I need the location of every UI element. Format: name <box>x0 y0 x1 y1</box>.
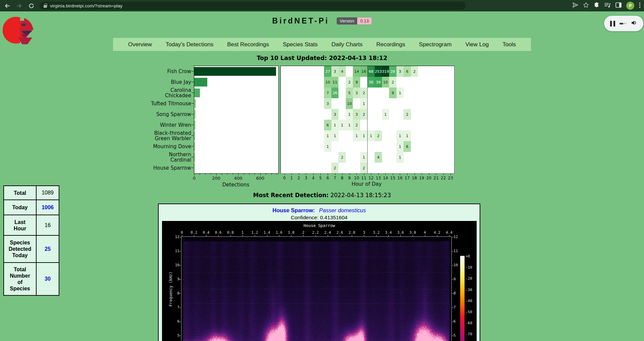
audio-player[interactable] <box>604 16 643 31</box>
nav-item-overview[interactable]: Overview <box>128 41 152 48</box>
nav-item-best-recordings[interactable]: Best Recordings <box>227 41 269 48</box>
heat-cell: 2 <box>353 120 361 131</box>
heat-cell <box>382 152 390 163</box>
bar-xtick-label: 200 <box>212 176 220 181</box>
heat-cell <box>338 88 346 99</box>
side-panel-icon[interactable] <box>615 2 622 9</box>
heat-xtick-label: 17 <box>405 176 410 180</box>
heat-cell <box>288 163 296 174</box>
species-tick <box>192 103 194 104</box>
heat-cell <box>396 163 404 174</box>
spectro-time-tick <box>194 235 194 236</box>
heat-cell <box>303 98 310 109</box>
heat-xtick <box>422 174 422 175</box>
heat-cell: 1 <box>396 88 404 99</box>
seek-handle[interactable] <box>620 23 627 24</box>
heat-cell <box>368 98 375 109</box>
heat-cell <box>288 88 296 99</box>
stats-table-body: Total1089Today1006LastHour16SpeciesDetec… <box>4 186 59 295</box>
species-label-mourning-dove: Mourning Dove <box>153 141 191 152</box>
spectro-time-label: 2.4 <box>324 230 331 235</box>
pause-icon[interactable] <box>610 21 615 26</box>
bookmark-star-icon[interactable] <box>583 2 589 9</box>
heat-cell <box>389 120 397 131</box>
bar-xtick <box>194 174 195 175</box>
spectro-time-tick <box>449 235 449 236</box>
heat-xtick-label: 16 <box>397 176 402 180</box>
playlist-icon[interactable] <box>604 2 611 9</box>
spectro-freq-label-left: 5 <box>173 333 179 338</box>
back-icon[interactable] <box>2 1 12 11</box>
spectro-freq-label-right: 7 <box>453 305 456 309</box>
spectro-freq-label-right: 6 <box>453 319 456 324</box>
spectro-freq-tick-left <box>179 322 181 322</box>
heat-cell <box>310 109 317 120</box>
heat-cell <box>338 77 346 88</box>
bar-black-throated-green-warbler <box>194 131 195 140</box>
heat-cell: 2 <box>360 163 368 174</box>
nav-item-recordings[interactable]: Recordings <box>376 41 405 48</box>
spectro-time-tick <box>400 235 401 236</box>
heat-cell <box>440 88 447 99</box>
confidence-line: Confidence: 0.41351604 <box>159 215 480 221</box>
spectro-freq-label-left: 6 <box>173 319 179 324</box>
nav-item-spectrogram[interactable]: Spectrogram <box>419 41 451 48</box>
heat-cell <box>288 141 296 152</box>
menu-kebab-icon[interactable] <box>639 2 641 9</box>
heat-cell <box>411 77 419 88</box>
heat-cell <box>447 152 454 163</box>
detection-card: House Sparrow: Passer domesticus Confide… <box>158 204 480 341</box>
stats-value-link[interactable]: 30 <box>36 263 59 295</box>
speaker-icon[interactable] <box>631 20 637 27</box>
reload-icon[interactable] <box>26 1 36 11</box>
stats-table: Total1089Today1006LastHour16SpeciesDetec… <box>3 185 59 296</box>
spectrogram-ylabel: Frequency (kHz) <box>168 269 173 309</box>
secure-lock-icon[interactable] <box>44 5 47 8</box>
heat-cell <box>382 163 390 174</box>
url-text[interactable]: virginia.birdnetpi.com/?stream=play <box>50 3 122 8</box>
heat-cell <box>425 77 433 88</box>
nav-item-view-log[interactable]: View Log <box>466 41 489 48</box>
nav-item-today-s-detections[interactable]: Today's Detections <box>166 41 213 48</box>
forward-icon[interactable] <box>14 1 24 11</box>
spectrogram-image: House Sparrow Frequency (kHz) 00.20.40.6… <box>162 221 477 341</box>
heat-cell: 3 <box>324 98 332 109</box>
species-common-name-link[interactable]: House Sparrow: <box>272 207 315 213</box>
heat-cell <box>317 109 325 120</box>
heat-cell <box>310 88 317 99</box>
spectro-time-tick <box>328 235 328 236</box>
heat-cell: 26 <box>331 88 339 99</box>
extensions-icon[interactable] <box>594 2 600 9</box>
species-label-fish-crow: Fish Crow <box>167 66 191 77</box>
profile-avatar[interactable]: P <box>626 2 634 10</box>
stats-value-link[interactable]: 1006 <box>36 200 59 215</box>
heat-cell <box>396 109 404 120</box>
nav-item-tools[interactable]: Tools <box>502 41 516 48</box>
heat-cell <box>418 109 426 120</box>
heat-cell: 27 <box>324 66 332 77</box>
spectro-time-tick <box>255 235 255 236</box>
page-title: BirdNET-Pi <box>272 16 329 25</box>
spectro-time-label: 3.2 <box>373 230 380 235</box>
heat-cell <box>411 152 419 163</box>
bar-xtick-minor <box>227 174 227 175</box>
heat-cell <box>432 141 440 152</box>
share-send-icon[interactable] <box>572 2 578 9</box>
colorbar-tick-label: -60 <box>466 321 472 325</box>
bar-xtick-minor <box>271 174 272 175</box>
spectro-time-tick <box>388 235 389 236</box>
address-bar[interactable]: virginia.birdnetpi.com/?stream=play <box>40 2 466 10</box>
heat-cell <box>281 88 288 99</box>
heat-cell <box>425 88 433 99</box>
species-label-winter-wren: Winter Wren <box>160 120 191 130</box>
heat-cell: 3 <box>331 109 339 120</box>
heat-cell: 10 <box>382 77 390 88</box>
heat-xtick <box>313 174 314 175</box>
stats-value-link[interactable]: 25 <box>36 235 59 263</box>
heat-cell <box>447 98 454 109</box>
spectro-time-label: 3.8 <box>409 230 416 235</box>
confidence-label: Confidence: <box>291 215 319 220</box>
nav-item-daily-charts[interactable]: Daily Charts <box>331 41 363 48</box>
nav-item-species-stats[interactable]: Species Stats <box>283 41 318 48</box>
heat-cell <box>303 120 310 131</box>
